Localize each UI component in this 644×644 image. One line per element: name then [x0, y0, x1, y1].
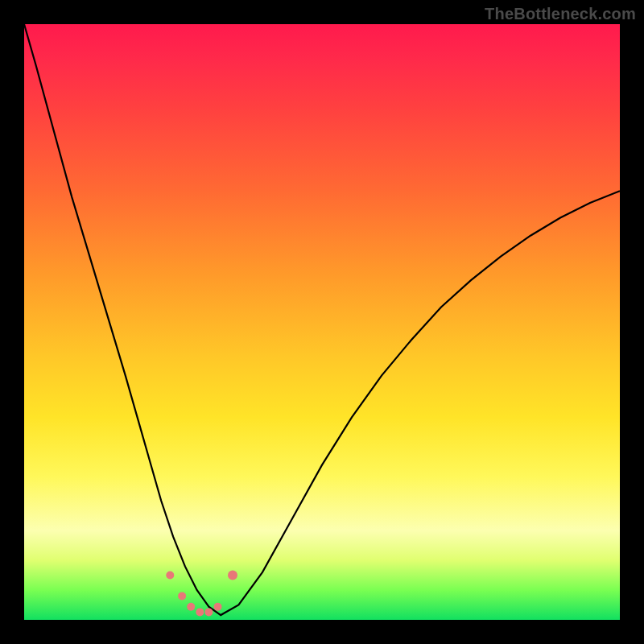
curve-layer: [24, 24, 620, 620]
chart-frame: TheBottleneck.com: [0, 0, 644, 644]
plot-area: [24, 24, 620, 620]
highlight-point: [187, 603, 195, 611]
watermark-text: TheBottleneck.com: [485, 5, 636, 23]
highlight-point: [178, 592, 186, 600]
highlight-point: [228, 571, 237, 580]
highlight-point: [204, 608, 213, 616]
highlight-point: [166, 572, 174, 580]
highlight-point: [214, 603, 222, 611]
bottleneck-curve: [24, 24, 620, 615]
highlight-point: [196, 608, 204, 616]
highlight-markers: [166, 571, 237, 617]
